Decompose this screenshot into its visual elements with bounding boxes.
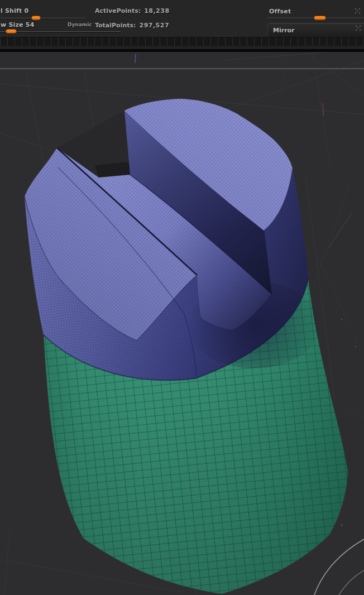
mirror-button-label: Mirror: [267, 23, 364, 37]
mirror-button[interactable]: Mirror: [267, 23, 364, 38]
zbrush-window: l Shift 0 w Size 54 Dynamic ActivePoints…: [0, 0, 364, 595]
active-points-stat: ActivePoints:18,238: [95, 7, 170, 15]
mirror-drag-dots-icon[interactable]: [356, 26, 361, 31]
sculpt-viewport[interactable]: [0, 0, 364, 595]
top-shelf: l Shift 0 w Size 54 Dynamic ActivePoints…: [0, 0, 364, 52]
total-points-value: 297,527: [139, 22, 169, 29]
focal-shift-label: l Shift 0: [1, 7, 28, 15]
dynamic-toggle[interactable]: Dynamic: [68, 22, 92, 27]
draw-size-slider[interactable]: [0, 31, 121, 32]
total-points-stat: TotalPoints:297,527: [95, 22, 169, 29]
timeline-strip[interactable]: [0, 37, 364, 46]
focal-shift-slider-handle[interactable]: [31, 16, 41, 20]
draw-size-slider-handle[interactable]: [6, 29, 17, 33]
focal-shift-slider[interactable]: [0, 18, 85, 18]
collapsed-button-edge: [214, 31, 236, 36]
canvas-top-border: [0, 49, 364, 52]
offset-label: Offset: [269, 8, 291, 15]
active-points-label: ActivePoints:: [95, 7, 141, 15]
total-points-label: TotalPoints:: [95, 22, 136, 29]
active-points-value: 18,238: [144, 7, 169, 15]
offset-slider-handle[interactable]: [314, 16, 326, 20]
draw-size-label: w Size 54: [1, 21, 35, 28]
offset-drag-dots-icon[interactable]: [355, 8, 360, 13]
